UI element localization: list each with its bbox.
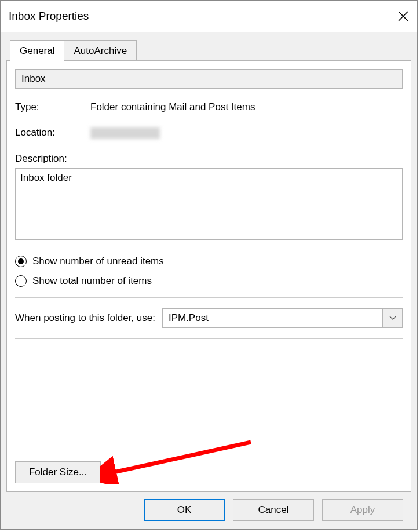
combo-dropdown-button[interactable] [382, 309, 402, 327]
tab-autoarchive[interactable]: AutoArchive [64, 40, 137, 60]
posting-combo-value: IPM.Post [163, 309, 382, 327]
redacted-location [90, 127, 160, 139]
dialog-title: Inbox Properties [9, 10, 89, 23]
cancel-button[interactable]: Cancel [233, 499, 314, 521]
apply-button: Apply [322, 499, 403, 521]
titlebar: Inbox Properties [1, 1, 417, 32]
inbox-properties-dialog: Inbox Properties General AutoArchive Inb… [0, 0, 418, 530]
tabstrip: General AutoArchive [10, 40, 411, 60]
button-bar: OK Cancel Apply [6, 492, 411, 529]
radio-show-unread[interactable]: Show number of unread items [15, 256, 403, 267]
tabpanel-general: Inbox Type: Folder containing Mail and P… [6, 60, 411, 492]
radio-label-total: Show total number of items [32, 275, 152, 287]
posting-label: When posting to this folder, use: [15, 312, 155, 324]
row-type: Type: Folder containing Mail and Post It… [15, 101, 403, 113]
content-area: General AutoArchive Inbox Type: Folder c… [1, 32, 417, 529]
location-label: Location: [15, 127, 90, 139]
radio-icon [15, 275, 27, 287]
row-location: Location: [15, 127, 403, 139]
type-label: Type: [15, 101, 90, 113]
posting-combo[interactable]: IPM.Post [162, 308, 403, 328]
description-input[interactable] [15, 168, 403, 240]
ok-button[interactable]: OK [144, 499, 225, 521]
chevron-down-icon [389, 316, 396, 320]
close-icon [398, 11, 408, 21]
posting-row: When posting to this folder, use: IPM.Po… [15, 308, 403, 328]
description-label: Description: [15, 153, 403, 165]
radio-icon [15, 256, 27, 267]
folder-size-button[interactable]: Folder Size... [15, 461, 101, 483]
close-button[interactable] [389, 5, 417, 27]
divider [15, 338, 403, 339]
divider [15, 297, 403, 298]
radio-label-unread: Show number of unread items [32, 256, 164, 267]
type-value: Folder containing Mail and Post Items [90, 101, 403, 113]
radio-show-total[interactable]: Show total number of items [15, 275, 403, 287]
tab-general[interactable]: General [10, 40, 64, 61]
location-value [90, 127, 403, 139]
folder-name-field[interactable]: Inbox [15, 69, 403, 89]
